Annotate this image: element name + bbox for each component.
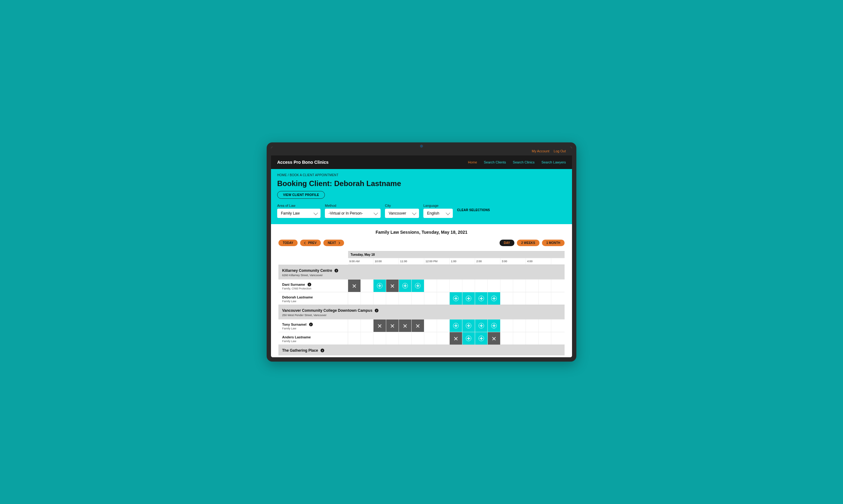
- view-day-button[interactable]: DAY: [500, 240, 515, 246]
- slot-available[interactable]: [450, 292, 462, 305]
- filter-method-select[interactable]: -Virtual or In Person-: [325, 209, 381, 218]
- location-address: 250 West Pender Street, Vancouver: [282, 313, 561, 317]
- brand-title: Access Pro Bono Clinics: [277, 160, 328, 165]
- next-button[interactable]: NEXT: [323, 240, 344, 246]
- slot-unavailable[interactable]: [348, 280, 361, 292]
- calendar-time-row: 9:00 AM10:0011:0012:00 PM1:002:003:004:0…: [348, 258, 564, 265]
- time-header-cell: 12:00 PM: [424, 258, 450, 264]
- slot-available[interactable]: [475, 332, 488, 345]
- chevron-down-icon: [446, 211, 450, 215]
- x-icon: [390, 284, 395, 288]
- slot-track: [348, 292, 564, 305]
- slot-unavailable[interactable]: [374, 320, 386, 332]
- slot-available[interactable]: [475, 292, 488, 305]
- x-icon: [454, 336, 458, 341]
- slot-available[interactable]: [374, 280, 386, 292]
- slot-empty: [399, 292, 412, 305]
- slot-unavailable[interactable]: [450, 332, 462, 345]
- filter-area-select[interactable]: Family Law: [277, 209, 321, 218]
- time-header-cell: 3:00: [501, 258, 526, 264]
- chevron-down-icon: [313, 211, 318, 215]
- time-header-cell: 9:00 AM: [348, 258, 374, 264]
- slot-unavailable[interactable]: [412, 320, 424, 332]
- info-icon[interactable]: i: [309, 323, 313, 326]
- slot-empty: [526, 280, 539, 292]
- x-icon: [390, 324, 395, 328]
- person-label: Dani SurnameiFamily, Child Protection: [279, 280, 348, 292]
- clear-selections-button[interactable]: CLEAR SELECTIONS: [457, 208, 490, 214]
- nav-home[interactable]: Home: [468, 160, 477, 164]
- slot-available[interactable]: [488, 292, 501, 305]
- slot-empty: [374, 332, 386, 345]
- slot-available[interactable]: [462, 320, 475, 332]
- slot-available[interactable]: [475, 320, 488, 332]
- time-header-cell: 4:00: [526, 258, 551, 264]
- time-header-cell: 1:00: [450, 258, 475, 264]
- filter-language-label: Language: [423, 204, 453, 208]
- person-row: Dani SurnameiFamily, Child Protection: [279, 279, 564, 292]
- view-1month-button[interactable]: 1 MONTH: [542, 240, 564, 246]
- slot-empty: [424, 332, 437, 345]
- slot-unavailable[interactable]: [386, 280, 399, 292]
- slot-available[interactable]: [488, 320, 501, 332]
- slot-empty: [424, 280, 437, 292]
- slot-empty: [462, 280, 475, 292]
- view-2weeks-button[interactable]: 2 WEEKS: [517, 240, 539, 246]
- filters-row: Area of Law Family Law Method -Virtual o…: [277, 204, 566, 218]
- logout-link[interactable]: Log Out: [554, 149, 566, 153]
- filter-method-label: Method: [325, 204, 381, 208]
- slot-available[interactable]: [412, 280, 424, 292]
- my-account-link[interactable]: My Account: [532, 149, 550, 153]
- plus-icon: [466, 296, 471, 301]
- time-header-cell: 2:00: [475, 258, 501, 264]
- view-client-profile-button[interactable]: VIEW CLIENT PROFILE: [277, 191, 325, 199]
- nav-search-clients[interactable]: Search Clients: [484, 160, 506, 164]
- location-address: 6260 Killarney Street, Vancouver: [282, 274, 561, 277]
- nav-search-clinics[interactable]: Search Clinics: [513, 160, 535, 164]
- slot-available[interactable]: [399, 280, 412, 292]
- slot-empty: [361, 320, 374, 332]
- topbar: My Account Log Out: [271, 147, 572, 156]
- location-row: The Gathering Placei: [279, 345, 564, 355]
- person-label: Deborah LastnameFamily Law: [279, 292, 348, 305]
- plus-icon: [479, 323, 484, 328]
- info-icon[interactable]: i: [307, 283, 311, 286]
- x-icon: [403, 324, 407, 328]
- person-row: Tony SurnameliFamily Law: [279, 319, 564, 332]
- x-icon: [378, 324, 382, 328]
- nav-search-lawyers[interactable]: Search Lawyers: [541, 160, 566, 164]
- filter-area-label: Area of Law: [277, 204, 321, 208]
- slot-empty: [361, 280, 374, 292]
- breadcrumb[interactable]: HOME / BOOK A CLIENT APPOINTMENT: [277, 173, 566, 177]
- slot-unavailable[interactable]: [399, 320, 412, 332]
- filter-language-select[interactable]: English: [423, 209, 453, 218]
- today-button[interactable]: TODAY: [279, 240, 298, 246]
- slot-available[interactable]: [462, 332, 475, 345]
- calendar-date-header: Tuesday, May 18: [348, 251, 564, 258]
- info-icon[interactable]: i: [321, 348, 324, 352]
- chevron-down-icon: [374, 211, 378, 215]
- slot-unavailable[interactable]: [488, 332, 501, 345]
- location-row: Killarney Community Centrei6260 Killarne…: [279, 265, 564, 279]
- slot-empty: [348, 320, 361, 332]
- location-row: Vancouver Community College Downtown Cam…: [279, 305, 564, 319]
- plus-icon: [377, 283, 382, 289]
- person-label: Anders LastnameFamily Law: [279, 332, 348, 345]
- plus-icon: [453, 323, 459, 328]
- calendar-controls: TODAY PREV NEXT DAY 2 WEEKS 1 MONTH: [271, 240, 572, 251]
- slot-empty: [501, 320, 513, 332]
- slot-empty: [488, 280, 501, 292]
- slot-available[interactable]: [462, 292, 475, 305]
- prev-button[interactable]: PREV: [300, 240, 321, 246]
- slot-track: [348, 280, 564, 292]
- info-icon[interactable]: i: [375, 309, 378, 312]
- slot-unavailable[interactable]: [386, 320, 399, 332]
- slot-available[interactable]: [450, 320, 462, 332]
- slot-track: [348, 320, 564, 332]
- slot-empty: [450, 280, 462, 292]
- slot-empty: [424, 292, 437, 305]
- info-icon[interactable]: i: [335, 269, 338, 272]
- filter-city-select[interactable]: Vancouver: [385, 209, 419, 218]
- plus-icon: [402, 283, 408, 289]
- slot-empty: [539, 320, 551, 332]
